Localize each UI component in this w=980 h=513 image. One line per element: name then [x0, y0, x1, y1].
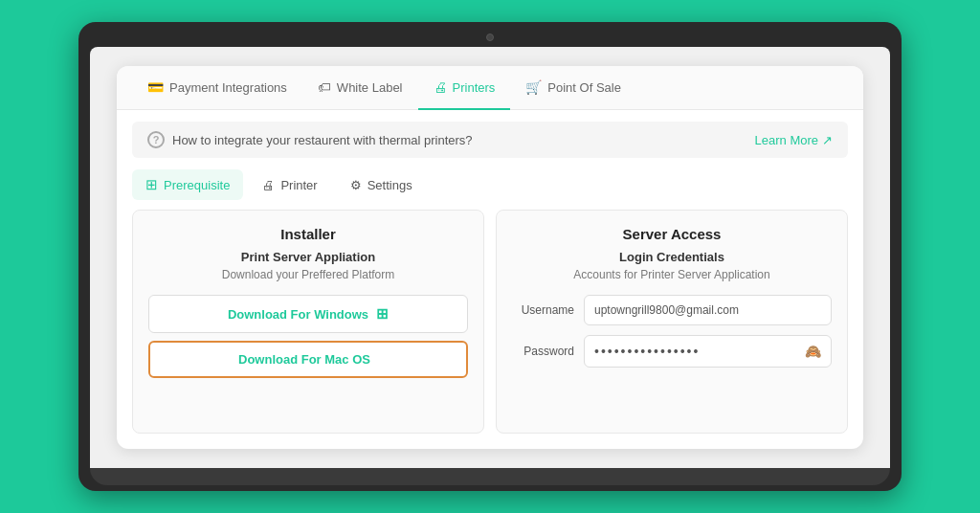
- download-windows-label: Download For Windows: [228, 307, 368, 322]
- username-input[interactable]: uptowngrill9800@gmail.com: [584, 295, 832, 325]
- password-input[interactable]: •••••••••••••••• 🙈: [584, 335, 832, 368]
- password-row: Password •••••••••••••••• 🙈: [512, 335, 832, 368]
- printer-icon: 🖨: [434, 79, 447, 95]
- password-value: ••••••••••••••••: [594, 344, 700, 359]
- top-tabs-bar: 💳 Payment Integrations 🏷 White Label 🖨 P…: [117, 66, 863, 110]
- laptop-screen: 💳 Payment Integrations 🏷 White Label 🖨 P…: [90, 47, 890, 468]
- sub-tabs-bar: ⊞ Prerequisite 🖨 Printer ⚙ Settings: [117, 169, 863, 210]
- info-icon: ?: [147, 131, 165, 148]
- learn-more-link[interactable]: Learn More ↗: [755, 133, 833, 147]
- download-mac-btn[interactable]: Download For Mac OS: [148, 341, 468, 378]
- tab-printers-label: Printers: [453, 80, 496, 95]
- info-text: How to integrate your restaurent with th…: [172, 133, 473, 147]
- external-link-icon: ↗: [822, 133, 833, 147]
- subtab-settings[interactable]: ⚙ Settings: [337, 171, 426, 199]
- tab-pos-label: Point Of Sale: [547, 80, 621, 95]
- server-subtitle: Login Credentials: [619, 250, 724, 264]
- username-label: Username: [512, 303, 574, 317]
- tab-whitelabel-label: White Label: [337, 80, 403, 95]
- password-label: Password: [512, 345, 574, 358]
- server-panel: Server Access Login Credentials Accounts…: [496, 210, 848, 434]
- settings-icon: ⚙: [350, 178, 362, 192]
- subtab-printer[interactable]: 🖨 Printer: [249, 171, 330, 199]
- installer-panel: Installer Print Server Appliation Downlo…: [132, 210, 484, 434]
- tab-payment-label: Payment Integrations: [169, 80, 287, 95]
- installer-desc: Download your Preffered Platform: [222, 268, 395, 281]
- windows-icon: ⊞: [376, 305, 389, 323]
- server-desc: Accounts for Printer Server Application: [573, 268, 769, 281]
- pos-icon: 🛒: [525, 79, 542, 95]
- installer-subtitle: Print Server Appliation: [241, 250, 375, 264]
- learn-more-label: Learn More: [755, 133, 818, 147]
- laptop-camera: [486, 33, 494, 41]
- info-bar-left: ? How to integrate your restaurent with …: [147, 131, 473, 148]
- subtab-prerequisite[interactable]: ⊞ Prerequisite: [132, 169, 243, 200]
- username-row: Username uptowngrill9800@gmail.com: [512, 295, 832, 325]
- whitelabel-icon: 🏷: [318, 79, 331, 95]
- download-mac-label: Download For Mac OS: [238, 352, 370, 367]
- laptop-frame: 💳 Payment Integrations 🏷 White Label 🖨 P…: [78, 22, 902, 491]
- content-area: 💳 Payment Integrations 🏷 White Label 🖨 P…: [117, 66, 863, 449]
- toggle-password-icon[interactable]: 🙈: [805, 344, 821, 359]
- printer-sub-icon: 🖨: [262, 178, 275, 192]
- info-bar: ? How to integrate your restaurent with …: [132, 122, 848, 158]
- subtab-printer-label: Printer: [280, 178, 317, 192]
- tab-printers[interactable]: 🖨 Printers: [418, 66, 511, 110]
- subtab-settings-label: Settings: [368, 178, 412, 192]
- main-panels: Installer Print Server Appliation Downlo…: [117, 210, 863, 449]
- payment-icon: 💳: [147, 79, 164, 95]
- tab-payment-integrations[interactable]: 💳 Payment Integrations: [132, 66, 302, 110]
- tab-pos[interactable]: 🛒 Point Of Sale: [510, 66, 636, 110]
- username-value: uptowngrill9800@gmail.com: [594, 303, 739, 317]
- subtab-prerequisite-label: Prerequisite: [164, 178, 230, 192]
- laptop-base: [90, 468, 890, 485]
- download-windows-btn[interactable]: Download For Windows ⊞: [148, 295, 468, 333]
- server-title: Server Access: [623, 226, 722, 242]
- installer-title: Installer: [280, 226, 336, 242]
- tab-white-label[interactable]: 🏷 White Label: [302, 66, 418, 110]
- prerequisite-icon: ⊞: [145, 176, 158, 193]
